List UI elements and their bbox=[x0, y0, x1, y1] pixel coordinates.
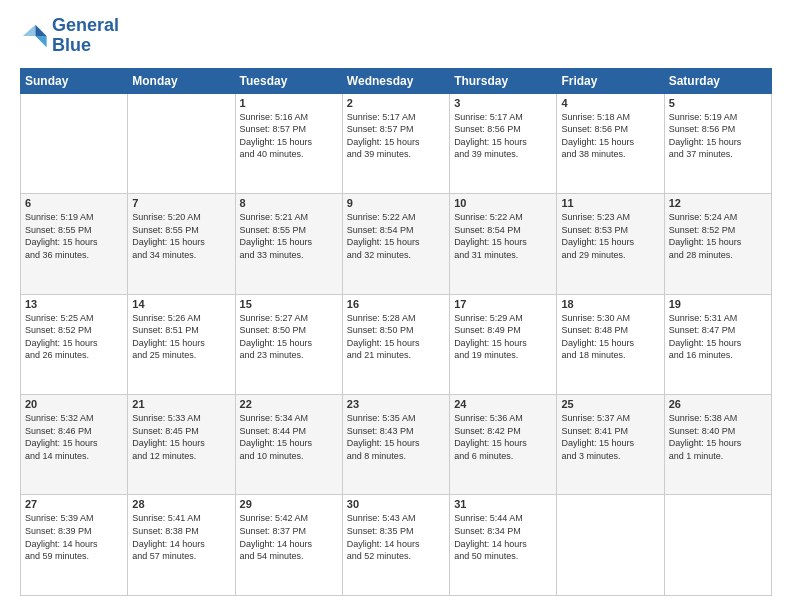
week-row-1: 1Sunrise: 5:16 AM Sunset: 8:57 PM Daylig… bbox=[21, 93, 772, 193]
day-number: 12 bbox=[669, 197, 767, 209]
day-number: 31 bbox=[454, 498, 552, 510]
day-number: 13 bbox=[25, 298, 123, 310]
day-info: Sunrise: 5:22 AM Sunset: 8:54 PM Dayligh… bbox=[454, 211, 552, 261]
day-cell: 9Sunrise: 5:22 AM Sunset: 8:54 PM Daylig… bbox=[342, 194, 449, 294]
header: General Blue bbox=[20, 16, 772, 56]
day-info: Sunrise: 5:22 AM Sunset: 8:54 PM Dayligh… bbox=[347, 211, 445, 261]
day-cell: 16Sunrise: 5:28 AM Sunset: 8:50 PM Dayli… bbox=[342, 294, 449, 394]
week-row-3: 13Sunrise: 5:25 AM Sunset: 8:52 PM Dayli… bbox=[21, 294, 772, 394]
day-cell bbox=[664, 495, 771, 596]
day-info: Sunrise: 5:21 AM Sunset: 8:55 PM Dayligh… bbox=[240, 211, 338, 261]
week-row-2: 6Sunrise: 5:19 AM Sunset: 8:55 PM Daylig… bbox=[21, 194, 772, 294]
week-row-4: 20Sunrise: 5:32 AM Sunset: 8:46 PM Dayli… bbox=[21, 395, 772, 495]
day-info: Sunrise: 5:30 AM Sunset: 8:48 PM Dayligh… bbox=[561, 312, 659, 362]
day-cell: 7Sunrise: 5:20 AM Sunset: 8:55 PM Daylig… bbox=[128, 194, 235, 294]
day-cell: 19Sunrise: 5:31 AM Sunset: 8:47 PM Dayli… bbox=[664, 294, 771, 394]
calendar: SundayMondayTuesdayWednesdayThursdayFrid… bbox=[20, 68, 772, 596]
day-number: 9 bbox=[347, 197, 445, 209]
day-number: 10 bbox=[454, 197, 552, 209]
day-number: 28 bbox=[132, 498, 230, 510]
day-info: Sunrise: 5:18 AM Sunset: 8:56 PM Dayligh… bbox=[561, 111, 659, 161]
weekday-header-wednesday: Wednesday bbox=[342, 68, 449, 93]
day-number: 19 bbox=[669, 298, 767, 310]
day-number: 6 bbox=[25, 197, 123, 209]
day-cell: 22Sunrise: 5:34 AM Sunset: 8:44 PM Dayli… bbox=[235, 395, 342, 495]
day-cell: 21Sunrise: 5:33 AM Sunset: 8:45 PM Dayli… bbox=[128, 395, 235, 495]
day-cell: 8Sunrise: 5:21 AM Sunset: 8:55 PM Daylig… bbox=[235, 194, 342, 294]
day-cell: 18Sunrise: 5:30 AM Sunset: 8:48 PM Dayli… bbox=[557, 294, 664, 394]
day-cell: 24Sunrise: 5:36 AM Sunset: 8:42 PM Dayli… bbox=[450, 395, 557, 495]
day-number: 17 bbox=[454, 298, 552, 310]
day-cell: 20Sunrise: 5:32 AM Sunset: 8:46 PM Dayli… bbox=[21, 395, 128, 495]
day-info: Sunrise: 5:25 AM Sunset: 8:52 PM Dayligh… bbox=[25, 312, 123, 362]
day-number: 18 bbox=[561, 298, 659, 310]
weekday-header-monday: Monday bbox=[128, 68, 235, 93]
day-number: 7 bbox=[132, 197, 230, 209]
day-number: 21 bbox=[132, 398, 230, 410]
day-info: Sunrise: 5:32 AM Sunset: 8:46 PM Dayligh… bbox=[25, 412, 123, 462]
svg-marker-0 bbox=[35, 25, 46, 36]
logo-icon bbox=[20, 22, 48, 50]
day-cell: 15Sunrise: 5:27 AM Sunset: 8:50 PM Dayli… bbox=[235, 294, 342, 394]
day-info: Sunrise: 5:35 AM Sunset: 8:43 PM Dayligh… bbox=[347, 412, 445, 462]
day-info: Sunrise: 5:43 AM Sunset: 8:35 PM Dayligh… bbox=[347, 512, 445, 562]
day-cell: 5Sunrise: 5:19 AM Sunset: 8:56 PM Daylig… bbox=[664, 93, 771, 193]
day-info: Sunrise: 5:37 AM Sunset: 8:41 PM Dayligh… bbox=[561, 412, 659, 462]
day-cell: 17Sunrise: 5:29 AM Sunset: 8:49 PM Dayli… bbox=[450, 294, 557, 394]
day-info: Sunrise: 5:38 AM Sunset: 8:40 PM Dayligh… bbox=[669, 412, 767, 462]
day-cell bbox=[21, 93, 128, 193]
day-number: 22 bbox=[240, 398, 338, 410]
day-info: Sunrise: 5:17 AM Sunset: 8:57 PM Dayligh… bbox=[347, 111, 445, 161]
day-number: 30 bbox=[347, 498, 445, 510]
day-number: 23 bbox=[347, 398, 445, 410]
day-info: Sunrise: 5:17 AM Sunset: 8:56 PM Dayligh… bbox=[454, 111, 552, 161]
day-cell: 1Sunrise: 5:16 AM Sunset: 8:57 PM Daylig… bbox=[235, 93, 342, 193]
day-info: Sunrise: 5:23 AM Sunset: 8:53 PM Dayligh… bbox=[561, 211, 659, 261]
day-info: Sunrise: 5:26 AM Sunset: 8:51 PM Dayligh… bbox=[132, 312, 230, 362]
svg-marker-2 bbox=[23, 25, 36, 36]
day-cell: 2Sunrise: 5:17 AM Sunset: 8:57 PM Daylig… bbox=[342, 93, 449, 193]
day-cell bbox=[557, 495, 664, 596]
day-cell: 30Sunrise: 5:43 AM Sunset: 8:35 PM Dayli… bbox=[342, 495, 449, 596]
day-cell: 12Sunrise: 5:24 AM Sunset: 8:52 PM Dayli… bbox=[664, 194, 771, 294]
day-cell: 27Sunrise: 5:39 AM Sunset: 8:39 PM Dayli… bbox=[21, 495, 128, 596]
logo: General Blue bbox=[20, 16, 119, 56]
day-number: 16 bbox=[347, 298, 445, 310]
day-number: 25 bbox=[561, 398, 659, 410]
day-cell: 4Sunrise: 5:18 AM Sunset: 8:56 PM Daylig… bbox=[557, 93, 664, 193]
day-info: Sunrise: 5:19 AM Sunset: 8:56 PM Dayligh… bbox=[669, 111, 767, 161]
weekday-header-tuesday: Tuesday bbox=[235, 68, 342, 93]
day-cell: 29Sunrise: 5:42 AM Sunset: 8:37 PM Dayli… bbox=[235, 495, 342, 596]
day-number: 3 bbox=[454, 97, 552, 109]
day-cell: 23Sunrise: 5:35 AM Sunset: 8:43 PM Dayli… bbox=[342, 395, 449, 495]
day-info: Sunrise: 5:33 AM Sunset: 8:45 PM Dayligh… bbox=[132, 412, 230, 462]
day-number: 15 bbox=[240, 298, 338, 310]
logo-text: General Blue bbox=[52, 16, 119, 56]
svg-marker-1 bbox=[35, 36, 46, 47]
weekday-header-saturday: Saturday bbox=[664, 68, 771, 93]
day-info: Sunrise: 5:20 AM Sunset: 8:55 PM Dayligh… bbox=[132, 211, 230, 261]
day-number: 29 bbox=[240, 498, 338, 510]
day-cell: 31Sunrise: 5:44 AM Sunset: 8:34 PM Dayli… bbox=[450, 495, 557, 596]
day-number: 27 bbox=[25, 498, 123, 510]
weekday-header-friday: Friday bbox=[557, 68, 664, 93]
day-number: 24 bbox=[454, 398, 552, 410]
day-number: 26 bbox=[669, 398, 767, 410]
day-info: Sunrise: 5:41 AM Sunset: 8:38 PM Dayligh… bbox=[132, 512, 230, 562]
day-info: Sunrise: 5:36 AM Sunset: 8:42 PM Dayligh… bbox=[454, 412, 552, 462]
day-cell: 13Sunrise: 5:25 AM Sunset: 8:52 PM Dayli… bbox=[21, 294, 128, 394]
day-info: Sunrise: 5:24 AM Sunset: 8:52 PM Dayligh… bbox=[669, 211, 767, 261]
day-number: 11 bbox=[561, 197, 659, 209]
day-info: Sunrise: 5:16 AM Sunset: 8:57 PM Dayligh… bbox=[240, 111, 338, 161]
day-info: Sunrise: 5:27 AM Sunset: 8:50 PM Dayligh… bbox=[240, 312, 338, 362]
weekday-header-row: SundayMondayTuesdayWednesdayThursdayFrid… bbox=[21, 68, 772, 93]
day-number: 8 bbox=[240, 197, 338, 209]
day-number: 20 bbox=[25, 398, 123, 410]
day-cell: 28Sunrise: 5:41 AM Sunset: 8:38 PM Dayli… bbox=[128, 495, 235, 596]
day-cell: 3Sunrise: 5:17 AM Sunset: 8:56 PM Daylig… bbox=[450, 93, 557, 193]
day-info: Sunrise: 5:31 AM Sunset: 8:47 PM Dayligh… bbox=[669, 312, 767, 362]
day-number: 2 bbox=[347, 97, 445, 109]
day-cell: 25Sunrise: 5:37 AM Sunset: 8:41 PM Dayli… bbox=[557, 395, 664, 495]
day-number: 4 bbox=[561, 97, 659, 109]
day-info: Sunrise: 5:42 AM Sunset: 8:37 PM Dayligh… bbox=[240, 512, 338, 562]
